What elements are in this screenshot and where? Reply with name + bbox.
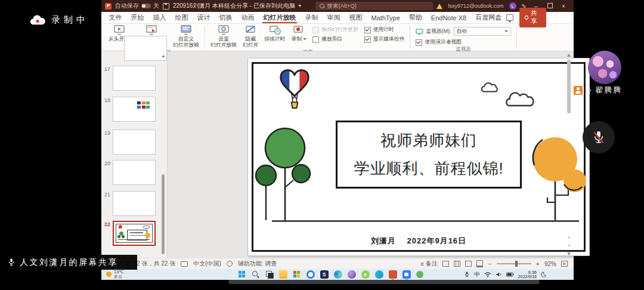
tab-endnote[interactable]: EndNote X8 <box>426 12 470 23</box>
thumbnail-slide-17[interactable]: 17 <box>101 66 156 91</box>
scroll-up-icon[interactable] <box>567 54 571 57</box>
taskbar-clock[interactable]: 9:36 2022/9/16 <box>518 270 537 279</box>
edge-icon[interactable] <box>334 270 342 279</box>
search-box[interactable]: 搜索(Alt+Q) <box>315 2 434 10</box>
orange-tree-graphic <box>516 131 589 221</box>
weather-widget[interactable]: 13℃ 多云 <box>106 270 124 279</box>
monitor-dropdown[interactable]: 自动 <box>454 27 511 36</box>
wish-text-box[interactable]: 祝师弟师妹们 学业顺利、前程似锦! <box>336 121 522 189</box>
thumbnail-slide-21[interactable]: 21 <box>101 191 156 216</box>
muted-participant-tile[interactable] <box>583 121 615 153</box>
tab-mathtype[interactable]: MathType <box>367 12 404 23</box>
maximize-button[interactable] <box>546 3 554 10</box>
tab-animations[interactable]: 动画 <box>237 12 259 23</box>
file-explorer-icon[interactable] <box>279 270 287 279</box>
tab-design[interactable]: 设计 <box>193 12 215 23</box>
checkbox-icon[interactable] <box>364 36 371 43</box>
thumbnail-slide-20[interactable]: 20 <box>101 160 156 185</box>
thumbnail-slide-19[interactable]: 19 <box>101 129 156 155</box>
tab-insert[interactable]: 插入 <box>148 12 171 23</box>
task-view-icon[interactable] <box>265 270 274 279</box>
tray-mic-icon[interactable] <box>464 271 470 278</box>
tab-slideshow[interactable]: 幻灯片放映 <box>259 12 301 23</box>
app-s-icon[interactable] <box>320 270 329 279</box>
record-button[interactable]: 录制 <box>289 24 309 42</box>
tab-record[interactable]: 录制 <box>301 12 323 23</box>
display-settings-icon[interactable] <box>181 261 188 267</box>
thumbnail-slide-22-selected[interactable]: 22 <box>101 221 156 246</box>
speaker-icon[interactable] <box>496 272 502 277</box>
use-timings-checkbox[interactable]: 使用计时 <box>364 26 405 33</box>
canvas-scrollbar[interactable]: ⌃⌄ <box>566 54 572 255</box>
tab-file[interactable]: 文件 <box>104 12 126 23</box>
photos-icon[interactable] <box>293 270 301 279</box>
tab-transitions[interactable]: 切换 <box>215 12 237 23</box>
normal-view-button[interactable] <box>442 261 449 267</box>
previous-next-slide-buttons[interactable]: ⌃⌄ <box>566 236 571 247</box>
play-narrations-checkbox[interactable]: 播放旁白 <box>312 36 358 43</box>
thumbnail-slide-18[interactable]: 18 <box>101 97 156 122</box>
toggle-icon[interactable] <box>141 4 151 8</box>
comments-icon[interactable] <box>506 14 513 21</box>
meeting-toolbar-pill[interactable] <box>228 280 540 284</box>
share-banner-text: 人文刘潇月的屏幕共享 <box>20 257 118 268</box>
powerpoint-icon[interactable] <box>389 270 397 279</box>
wifi-icon[interactable] <box>484 272 491 277</box>
thumbnail-scrollbar[interactable] <box>161 55 166 254</box>
setup-slideshow-button[interactable]: 设置 幻灯片放映 <box>208 24 239 49</box>
zoom-percentage[interactable]: 92% <box>544 261 556 267</box>
hide-slide-button[interactable]: 隐藏 幻灯片 <box>240 24 261 49</box>
tab-review[interactable]: 审阅 <box>323 12 345 23</box>
tab-home[interactable]: 开始 <box>126 12 148 23</box>
ime-indicator[interactable]: 中 <box>474 271 480 279</box>
thumbnail-partial[interactable] <box>113 36 167 61</box>
close-button[interactable]: × <box>559 3 568 10</box>
reading-view-button[interactable] <box>465 261 472 267</box>
app-teal-icon[interactable] <box>375 270 383 279</box>
participant-tile[interactable]: 翟腾腾 <box>574 50 644 98</box>
zoom-slider[interactable] <box>497 263 531 264</box>
rehearse-timings-button[interactable]: 排练计时 <box>262 24 287 42</box>
slide-canvas[interactable]: 祝师弟师妹们 学业顺利、前程似锦! 刘潇月 2022年9月16日 <box>248 58 589 255</box>
scroll-down-icon[interactable] <box>567 252 571 255</box>
app-ring-icon[interactable] <box>306 270 315 279</box>
windows-start-icon[interactable] <box>238 270 246 279</box>
tab-help[interactable]: 帮助 <box>404 12 426 23</box>
warning-icon[interactable] <box>436 4 442 9</box>
zoom-in-button[interactable]: + <box>536 261 540 267</box>
editor-canvas: 祝师弟师妹们 学业顺利、前程似锦! 刘潇月 2022年9月16日 ⌃⌄ <box>168 51 574 258</box>
checkbox-icon[interactable] <box>364 27 371 33</box>
presenter-view-checkbox[interactable]: 使用演示者视图 <box>416 39 510 46</box>
app-green-icon[interactable] <box>416 271 423 278</box>
scrollbar-thumb[interactable] <box>567 60 571 113</box>
slide-sorter-view-button[interactable] <box>454 261 460 267</box>
search-icon[interactable] <box>252 270 260 279</box>
app-e-icon[interactable] <box>361 270 370 279</box>
battery-icon[interactable] <box>506 272 514 277</box>
tab-baidu-netdisk[interactable]: 百度网盘 <box>471 12 506 23</box>
show-media-controls-checkbox[interactable]: 显示媒体控件 <box>364 36 405 43</box>
shared-screen: 自动保存 关 220916刘潇月 本科组会分享 - 已保存到此电脑 搜索(Alt… <box>101 0 574 278</box>
language-indicator[interactable]: 中文(中国) <box>193 260 221 268</box>
scroll-up-icon[interactable] <box>162 55 165 57</box>
autosave-toggle[interactable]: 自动保存 关 <box>115 2 159 10</box>
tab-view[interactable]: 视图 <box>345 12 367 23</box>
zoom-out-button[interactable]: − <box>488 261 491 267</box>
share-button[interactable]: 共享 <box>519 8 546 27</box>
tab-draw[interactable]: 绘图 <box>171 12 193 23</box>
notes-button[interactable]: ≡ 备注 <box>420 260 438 268</box>
checkbox-icon[interactable] <box>312 36 319 43</box>
document-title[interactable]: 220916刘潇月 本科组会分享 - 已保存到此电脑 <box>173 2 301 10</box>
account-email[interactable]: lsxy9712@outlook.com <box>448 3 503 9</box>
focus-assist-moon-icon[interactable] <box>541 272 546 277</box>
save-icon[interactable] <box>163 3 169 10</box>
zoom-slider-thumb[interactable] <box>515 261 518 267</box>
custom-slideshow-button[interactable]: 自定义 幻灯片放映 <box>171 24 202 49</box>
scrollbar-thumb[interactable] <box>162 174 165 254</box>
checkbox-icon[interactable] <box>416 39 422 46</box>
slideshow-view-button[interactable] <box>476 260 483 267</box>
fit-to-window-button[interactable] <box>561 261 568 267</box>
meeting-app-icon[interactable] <box>402 270 411 279</box>
accessibility-status[interactable]: 辅助功能: 调查 <box>238 260 277 268</box>
app-purple-icon[interactable] <box>348 270 356 279</box>
